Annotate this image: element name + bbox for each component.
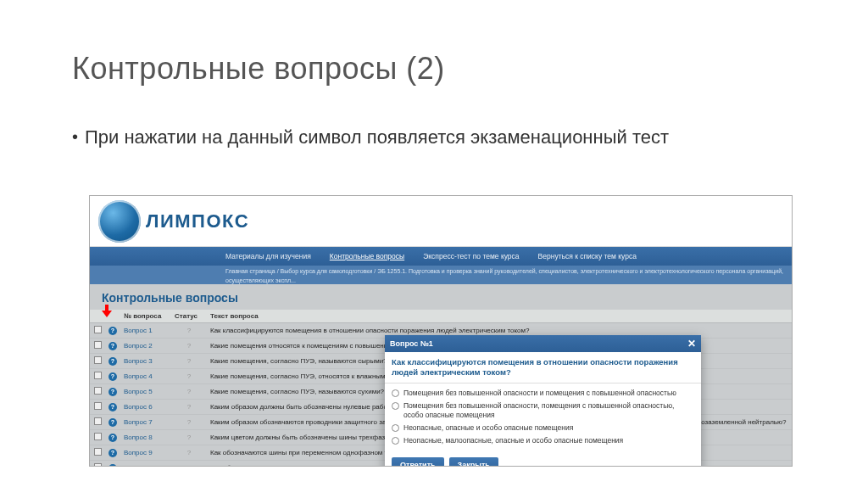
radio-icon[interactable] — [392, 424, 399, 432]
info-icon[interactable]: ? — [108, 403, 117, 411]
checkbox-icon[interactable] — [94, 417, 102, 425]
nav-questions[interactable]: Контрольные вопросы — [330, 252, 404, 260]
row-status: ? — [171, 323, 207, 339]
checkbox-icon[interactable] — [94, 402, 102, 410]
radio-icon[interactable] — [392, 389, 399, 397]
logo-icon — [98, 200, 141, 243]
info-icon[interactable]: ? — [108, 449, 117, 457]
row-status: ? — [171, 384, 207, 400]
embedded-screenshot: ЛИМПОКС Материалы для изучения Контрольн… — [89, 195, 793, 467]
checkbox-icon[interactable] — [94, 448, 102, 456]
radio-icon[interactable] — [392, 437, 399, 445]
modal-answers-list: Помещения без повышенной опасности и пом… — [385, 383, 701, 452]
checkbox-icon[interactable] — [94, 372, 102, 379]
row-number[interactable]: Вопрос 5 — [120, 384, 171, 400]
logo-text: ЛИМПОКС — [146, 210, 249, 232]
row-number[interactable]: Вопрос 9 — [120, 445, 171, 461]
modal-buttons: Ответить Закрыть — [385, 452, 701, 467]
bullet-text: При нажатии на данный символ появляется … — [85, 125, 669, 150]
row-number[interactable]: Вопрос 6 — [120, 400, 171, 415]
answer-option[interactable]: Помещения без повышенной опасности и пом… — [392, 387, 694, 400]
red-arrow-annotation-icon — [102, 305, 112, 318]
row-status: ? — [171, 461, 207, 467]
info-icon[interactable]: ? — [108, 388, 117, 396]
checkbox-icon[interactable] — [94, 341, 102, 349]
row-status: ? — [171, 354, 207, 369]
question-modal: Вопрос №1 ✕ Как классифицируются помещен… — [385, 335, 701, 467]
info-icon[interactable]: ? — [108, 464, 117, 467]
modal-question-text: Как классифицируются помещения в отношен… — [385, 352, 701, 383]
modal-header: Вопрос №1 ✕ — [385, 335, 701, 352]
th-status: Статус — [171, 310, 207, 323]
slide-title: Контрольные вопросы (2) — [0, 0, 868, 87]
row-number[interactable]: Вопрос 7 — [120, 415, 171, 430]
answer-option[interactable]: Помещения без повышенной опасности, поме… — [392, 400, 694, 422]
answer-text: Неопасные, малоопасные, опасные и особо … — [403, 436, 623, 445]
bullet-dot-icon: • — [72, 125, 78, 148]
app-header: ЛИМПОКС — [90, 196, 792, 247]
slide-bullet: • При нажатии на данный символ появляетс… — [0, 87, 868, 150]
close-button[interactable]: Закрыть — [449, 457, 498, 467]
row-status: ? — [171, 415, 207, 430]
breadcrumb: Главная страница / Выбор курса для самоп… — [90, 266, 792, 284]
info-icon[interactable]: ? — [108, 418, 117, 427]
th-text: Текст вопроса — [207, 310, 792, 323]
row-status: ? — [171, 369, 207, 384]
info-icon[interactable]: ? — [108, 357, 117, 366]
checkbox-icon[interactable] — [94, 463, 102, 467]
row-status: ? — [171, 430, 207, 445]
page-title: Контрольные вопросы — [90, 284, 792, 310]
row-status: ? — [171, 400, 207, 415]
checkbox-icon[interactable] — [94, 433, 102, 440]
nav-bar: Материалы для изучения Контрольные вопро… — [90, 247, 792, 266]
row-number[interactable]: Вопрос 3 — [120, 354, 171, 369]
nav-express-test[interactable]: Экспресс-тест по теме курса — [423, 252, 519, 260]
checkbox-icon[interactable] — [94, 387, 102, 395]
close-icon[interactable]: ✕ — [687, 338, 696, 350]
answer-option[interactable]: Неопасные, малоопасные, опасные и особо … — [392, 434, 694, 447]
info-icon[interactable]: ? — [108, 434, 117, 442]
row-status: ? — [171, 445, 207, 461]
answer-button[interactable]: Ответить — [392, 457, 444, 467]
nav-back-to-list[interactable]: Вернуться к списку тем курса — [538, 252, 637, 260]
row-number[interactable]: Вопрос 8 — [120, 430, 171, 445]
breadcrumb-line-1: Главная страница / Выбор курса для самоп… — [225, 266, 792, 284]
row-number[interactable]: Вопрос 4 — [120, 369, 171, 384]
modal-title: Вопрос №1 — [390, 339, 433, 348]
radio-icon[interactable] — [392, 402, 399, 410]
answer-text: Неопасные, опасные и особо опасные помещ… — [403, 423, 573, 433]
nav-materials[interactable]: Материалы для изучения — [225, 252, 311, 260]
answer-option[interactable]: Неопасные, опасные и особо опасные помещ… — [392, 422, 694, 434]
answer-text: Помещения без повышенной опасности и пом… — [403, 389, 676, 398]
info-icon[interactable]: ? — [108, 327, 117, 335]
row-number[interactable]: Вопрос 1 — [120, 323, 171, 339]
answer-text: Помещения без повышенной опасности, поме… — [403, 401, 694, 420]
th-number: № вопроса — [120, 310, 171, 323]
info-icon[interactable]: ? — [108, 372, 117, 381]
row-number[interactable]: Вопрос 2 — [120, 339, 171, 354]
row-number[interactable]: Вопрос 10 — [120, 461, 171, 467]
info-icon[interactable]: ? — [108, 342, 117, 350]
row-status: ? — [171, 339, 207, 354]
checkbox-icon[interactable] — [94, 326, 102, 333]
checkbox-icon[interactable] — [94, 356, 102, 364]
